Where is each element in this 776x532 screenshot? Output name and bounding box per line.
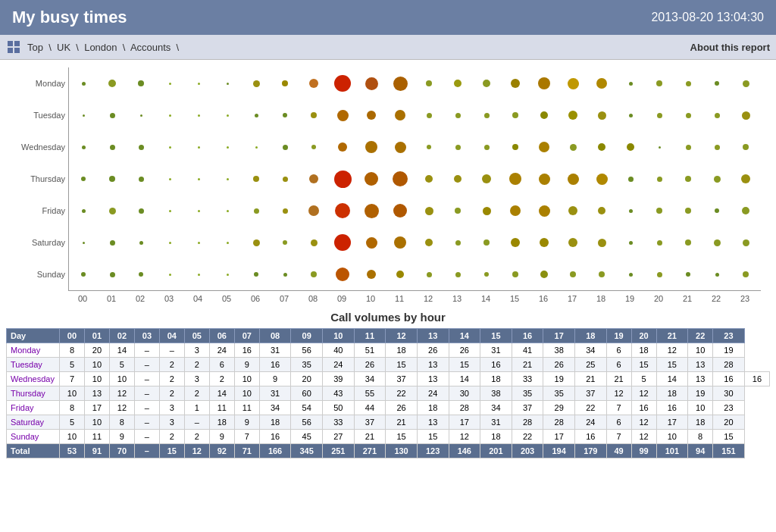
bubble-cell xyxy=(98,272,127,277)
bubble-row: Friday xyxy=(69,195,761,227)
table-header-cell: 08 xyxy=(259,329,291,343)
value-cell: – xyxy=(134,372,159,386)
bubble-cell xyxy=(501,205,530,216)
header-datetime: 2013-08-20 13:04:30 xyxy=(651,11,764,24)
value-cell: 55 xyxy=(354,386,386,401)
breadcrumb-nav: Top \ UK \ London \ Accounts \ xyxy=(6,39,179,55)
bubble xyxy=(509,173,521,185)
bubble xyxy=(598,239,606,247)
bubble-cell xyxy=(415,145,443,149)
value-cell: 8 xyxy=(60,401,85,415)
bubble xyxy=(686,81,691,86)
value-cell: 44 xyxy=(354,401,386,415)
value-cell: 18 xyxy=(480,430,512,444)
bubble xyxy=(109,208,116,214)
bubble xyxy=(198,210,200,212)
bubble-cell xyxy=(184,210,213,212)
bubble-cell xyxy=(299,271,328,277)
value-cell: – xyxy=(134,343,159,358)
x-axis-label: 16 xyxy=(529,294,558,303)
bubble-cell xyxy=(127,208,155,214)
value-cell: 1 xyxy=(184,401,209,415)
bubble xyxy=(334,234,351,251)
bubble xyxy=(742,207,749,214)
bubble-cell xyxy=(271,208,299,214)
value-cell: 6 xyxy=(606,415,631,430)
table-header-cell: 10 xyxy=(323,329,355,343)
value-cell: 6 xyxy=(606,343,631,358)
bubble xyxy=(629,241,633,245)
bubble-cell xyxy=(674,145,702,150)
bubble xyxy=(311,271,317,277)
bubble-cell xyxy=(184,146,213,149)
bubble-cell xyxy=(443,272,472,277)
total-value-cell: 70 xyxy=(109,444,134,458)
bubble-cell xyxy=(559,271,587,277)
bubble-cell xyxy=(616,82,645,86)
value-cell: 16 xyxy=(259,358,291,372)
bubble xyxy=(367,111,376,120)
row-label: Sunday xyxy=(16,270,65,279)
bubble-cell xyxy=(530,271,559,278)
x-axis-label: 15 xyxy=(500,294,529,303)
day-cell: Tuesday xyxy=(7,358,60,372)
x-axis-label: 10 xyxy=(356,294,385,303)
breadcrumb-accounts[interactable]: Accounts xyxy=(130,42,171,53)
bubble-cell xyxy=(616,273,645,277)
bubble-cell xyxy=(674,272,702,277)
about-report-link[interactable]: About this report xyxy=(690,42,770,53)
value-cell: 7 xyxy=(606,430,631,444)
bubble-cell xyxy=(559,111,587,120)
value-cell: 15 xyxy=(386,430,418,444)
bubble xyxy=(598,143,605,151)
bubble-cell xyxy=(702,81,731,86)
bubble-cell xyxy=(731,207,760,214)
bubble-cell xyxy=(472,174,501,183)
value-cell: – xyxy=(184,415,209,430)
bubble xyxy=(283,208,288,214)
value-cell: 22 xyxy=(512,430,543,444)
value-cell: 35 xyxy=(543,386,575,401)
bubble xyxy=(336,268,349,281)
total-value-cell: 203 xyxy=(512,444,543,458)
value-cell: 13 xyxy=(417,358,449,372)
svg-rect-1 xyxy=(14,41,20,46)
bubble-cell xyxy=(731,144,760,150)
bubble-cell xyxy=(69,209,98,213)
breadcrumb-uk[interactable]: UK xyxy=(57,42,70,53)
bubble xyxy=(394,236,406,249)
bubble-cell xyxy=(386,236,415,249)
bubble xyxy=(598,207,605,214)
bubble-cell xyxy=(271,240,299,245)
bubble xyxy=(198,178,200,180)
bubble xyxy=(568,78,579,89)
bubble-cell xyxy=(69,114,98,117)
bubble-cell xyxy=(559,206,587,215)
x-axis-label: 12 xyxy=(414,294,443,303)
bubble xyxy=(335,203,350,218)
bubble-cell xyxy=(702,208,731,213)
bubble-cell xyxy=(271,145,299,150)
breadcrumb-london[interactable]: London xyxy=(84,42,117,53)
bubble-cell xyxy=(443,175,472,183)
value-cell: 13 xyxy=(688,372,713,386)
value-cell: 10 xyxy=(234,372,259,386)
x-axis-label: 20 xyxy=(644,294,673,303)
row-label: Monday xyxy=(16,79,65,88)
row-label: Thursday xyxy=(16,174,65,183)
breadcrumb-top[interactable]: Top xyxy=(27,42,43,53)
bubble-cell xyxy=(271,177,299,182)
bubble-cell xyxy=(616,114,645,117)
value-cell: 7 xyxy=(606,401,631,415)
x-axis-label: 00 xyxy=(68,294,97,303)
bubble xyxy=(198,114,200,117)
bubble xyxy=(337,110,349,121)
breadcrumb-text: Top \ UK \ London \ Accounts \ xyxy=(27,42,179,53)
value-cell: 2 xyxy=(209,372,234,386)
value-cell: 28 xyxy=(713,358,745,372)
table-header-cell: 21 xyxy=(656,329,688,343)
bubble-cell xyxy=(69,82,98,86)
value-cell: 34 xyxy=(259,401,291,415)
value-cell: 16 xyxy=(575,430,607,444)
bubble-cell xyxy=(443,145,472,150)
